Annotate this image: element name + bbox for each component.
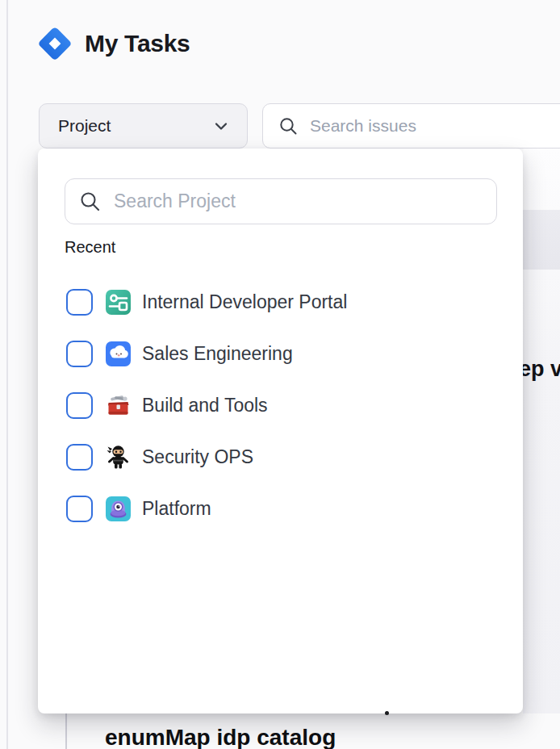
page-title: My Tasks: [85, 30, 190, 57]
jira-diamond-icon: [37, 26, 73, 61]
issue-search-input[interactable]: [308, 115, 560, 136]
clipped-heading-fragment: ep v: [519, 357, 560, 382]
chevron-down-icon: [211, 116, 231, 136]
issue-search-bar: [262, 103, 560, 149]
page-header: My Tasks: [37, 26, 190, 61]
checkbox[interactable]: [66, 496, 93, 522]
sliders-teal-icon: [105, 289, 132, 316]
search-icon: [278, 116, 299, 136]
clipped-task-title: enumMap idp catalog: [105, 724, 336, 749]
alien-cyan-icon: [105, 496, 132, 522]
project-filter-button[interactable]: Project: [39, 103, 248, 149]
project-option-label: Platform: [142, 498, 211, 520]
recent-section-label: Recent: [65, 238, 115, 257]
checkbox[interactable]: [66, 341, 93, 367]
project-search-input[interactable]: [112, 190, 483, 213]
project-option-label: Build and Tools: [142, 395, 268, 416]
checkbox[interactable]: [66, 444, 93, 471]
project-option-label: Internal Developer Portal: [142, 291, 347, 313]
page-left-divider: [6, 0, 8, 749]
checkbox[interactable]: [66, 392, 93, 419]
project-option-platform[interactable]: Platform: [38, 483, 523, 534]
project-option-internal-developer-portal[interactable]: Internal Developer Portal: [38, 276, 523, 328]
background-card-border: [65, 713, 67, 749]
ninja-icon: [105, 444, 132, 471]
checkbox[interactable]: [66, 289, 93, 316]
project-list: Internal Developer Portal: [38, 276, 523, 534]
project-option-security-ops[interactable]: Security OPS: [38, 431, 523, 483]
project-option-label: Sales Engineering: [142, 343, 293, 365]
background-text-dot: [385, 711, 389, 715]
search-icon: [79, 190, 102, 213]
project-option-build-and-tools[interactable]: Build and Tools: [38, 379, 523, 431]
cloud-face-blue-icon: [105, 341, 132, 367]
project-search-bar: [65, 178, 497, 224]
toolbox-red-icon: [105, 392, 132, 419]
project-filter-label: Project: [58, 116, 111, 136]
my-tasks-page: My Tasks ep v enumMap idp catalog Projec…: [0, 0, 560, 749]
project-dropdown-panel: Recent Internal Develop: [38, 149, 523, 713]
project-option-sales-engineering[interactable]: Sales Engineering: [38, 328, 523, 379]
project-option-label: Security OPS: [142, 446, 253, 468]
